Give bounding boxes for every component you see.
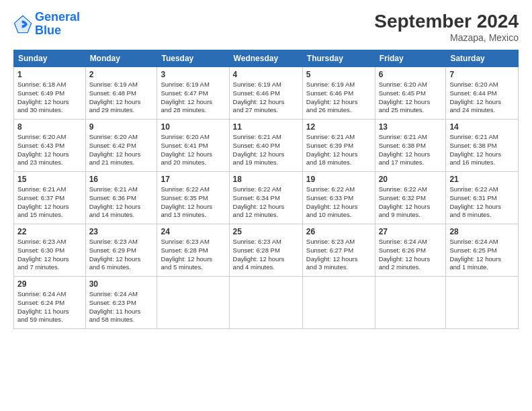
day-number: 3 bbox=[161, 70, 225, 79]
day-cell-13: 13Sunrise: 6:21 AMSunset: 6:38 PMDayligh… bbox=[375, 120, 446, 172]
day-info: Sunrise: 6:22 AMSunset: 6:33 PMDaylight:… bbox=[306, 185, 371, 220]
day-cell-10: 10Sunrise: 6:20 AMSunset: 6:41 PMDayligh… bbox=[157, 120, 229, 172]
day-number: 18 bbox=[233, 175, 299, 184]
day-cell-7: 7Sunrise: 6:20 AMSunset: 6:44 PMDaylight… bbox=[446, 67, 519, 120]
day-number: 10 bbox=[161, 122, 225, 132]
title-block: September 2024 Mazapa, Mexico bbox=[374, 11, 519, 43]
month-title: September 2024 bbox=[374, 11, 519, 32]
day-info: Sunrise: 6:19 AMSunset: 6:46 PMDaylight:… bbox=[306, 81, 371, 115]
week-row-1: 1Sunrise: 6:18 AMSunset: 6:49 PMDaylight… bbox=[14, 67, 519, 120]
day-number: 26 bbox=[306, 227, 371, 236]
day-number: 5 bbox=[306, 70, 371, 79]
week-row-5: 29Sunrise: 6:24 AMSunset: 6:24 PMDayligh… bbox=[14, 277, 519, 329]
day-info: Sunrise: 6:23 AMSunset: 6:30 PMDaylight:… bbox=[17, 238, 82, 272]
day-info: Sunrise: 6:22 AMSunset: 6:35 PMDaylight:… bbox=[161, 185, 225, 220]
day-cell-14: 14Sunrise: 6:21 AMSunset: 6:38 PMDayligh… bbox=[446, 120, 519, 172]
day-info: Sunrise: 6:19 AMSunset: 6:48 PMDaylight:… bbox=[89, 81, 154, 115]
day-info: Sunrise: 6:22 AMSunset: 6:31 PMDaylight:… bbox=[449, 185, 515, 220]
week-row-2: 8Sunrise: 6:20 AMSunset: 6:43 PMDaylight… bbox=[14, 120, 519, 172]
page: General Blue September 2024 Mazapa, Mexi… bbox=[0, 0, 532, 411]
day-info: Sunrise: 6:19 AMSunset: 6:47 PMDaylight:… bbox=[161, 81, 225, 115]
day-info: Sunrise: 6:19 AMSunset: 6:46 PMDaylight:… bbox=[233, 81, 299, 115]
day-cell-5: 5Sunrise: 6:19 AMSunset: 6:46 PMDaylight… bbox=[302, 67, 375, 120]
day-cell-26: 26Sunrise: 6:23 AMSunset: 6:27 PMDayligh… bbox=[302, 224, 375, 277]
day-number: 7 bbox=[449, 70, 515, 79]
day-number: 4 bbox=[233, 70, 299, 79]
day-info: Sunrise: 6:24 AMSunset: 6:24 PMDaylight:… bbox=[17, 290, 82, 324]
empty-cell bbox=[375, 277, 446, 329]
header: General Blue September 2024 Mazapa, Mexi… bbox=[13, 11, 519, 43]
day-cell-2: 2Sunrise: 6:19 AMSunset: 6:48 PMDaylight… bbox=[85, 67, 157, 120]
day-header-friday: Friday bbox=[375, 50, 446, 67]
day-cell-23: 23Sunrise: 6:23 AMSunset: 6:29 PMDayligh… bbox=[85, 224, 157, 277]
day-info: Sunrise: 6:20 AMSunset: 6:45 PMDaylight:… bbox=[379, 81, 443, 115]
day-number: 24 bbox=[161, 227, 225, 236]
day-cell-12: 12Sunrise: 6:21 AMSunset: 6:39 PMDayligh… bbox=[302, 120, 375, 172]
day-info: Sunrise: 6:18 AMSunset: 6:49 PMDaylight:… bbox=[17, 81, 82, 115]
day-number: 8 bbox=[17, 122, 82, 132]
day-cell-29: 29Sunrise: 6:24 AMSunset: 6:24 PMDayligh… bbox=[14, 277, 86, 329]
logo-text: General Blue bbox=[35, 11, 80, 38]
day-header-monday: Monday bbox=[85, 50, 157, 67]
day-number: 25 bbox=[233, 227, 299, 236]
day-number: 17 bbox=[161, 175, 225, 184]
day-cell-4: 4Sunrise: 6:19 AMSunset: 6:46 PMDaylight… bbox=[229, 67, 302, 120]
day-number: 11 bbox=[233, 122, 299, 132]
day-number: 30 bbox=[89, 279, 154, 289]
day-cell-11: 11Sunrise: 6:21 AMSunset: 6:40 PMDayligh… bbox=[229, 120, 302, 172]
day-cell-21: 21Sunrise: 6:22 AMSunset: 6:31 PMDayligh… bbox=[446, 172, 519, 224]
day-header-tuesday: Tuesday bbox=[157, 50, 229, 67]
day-cell-15: 15Sunrise: 6:21 AMSunset: 6:37 PMDayligh… bbox=[14, 172, 86, 224]
day-info: Sunrise: 6:20 AMSunset: 6:42 PMDaylight:… bbox=[89, 133, 154, 167]
day-number: 16 bbox=[89, 175, 154, 184]
day-cell-1: 1Sunrise: 6:18 AMSunset: 6:49 PMDaylight… bbox=[14, 67, 86, 120]
day-cell-8: 8Sunrise: 6:20 AMSunset: 6:43 PMDaylight… bbox=[14, 120, 86, 172]
day-number: 29 bbox=[17, 279, 82, 289]
day-header-sunday: Sunday bbox=[14, 50, 86, 67]
day-number: 1 bbox=[17, 70, 82, 79]
day-info: Sunrise: 6:21 AMSunset: 6:40 PMDaylight:… bbox=[233, 133, 299, 167]
day-info: Sunrise: 6:21 AMSunset: 6:38 PMDaylight:… bbox=[449, 133, 515, 167]
day-number: 28 bbox=[449, 227, 515, 236]
day-info: Sunrise: 6:20 AMSunset: 6:41 PMDaylight:… bbox=[161, 133, 225, 167]
day-info: Sunrise: 6:24 AMSunset: 6:23 PMDaylight:… bbox=[89, 290, 154, 324]
day-number: 20 bbox=[379, 175, 443, 184]
day-info: Sunrise: 6:21 AMSunset: 6:39 PMDaylight:… bbox=[306, 133, 371, 167]
day-info: Sunrise: 6:24 AMSunset: 6:26 PMDaylight:… bbox=[379, 238, 443, 272]
day-cell-17: 17Sunrise: 6:22 AMSunset: 6:35 PMDayligh… bbox=[157, 172, 229, 224]
day-cell-18: 18Sunrise: 6:22 AMSunset: 6:34 PMDayligh… bbox=[229, 172, 302, 224]
day-cell-30: 30Sunrise: 6:24 AMSunset: 6:23 PMDayligh… bbox=[85, 277, 157, 329]
day-cell-25: 25Sunrise: 6:23 AMSunset: 6:28 PMDayligh… bbox=[229, 224, 302, 277]
day-info: Sunrise: 6:22 AMSunset: 6:34 PMDaylight:… bbox=[233, 185, 299, 220]
day-info: Sunrise: 6:20 AMSunset: 6:44 PMDaylight:… bbox=[449, 81, 515, 115]
logo-icon bbox=[13, 15, 32, 34]
day-number: 6 bbox=[379, 70, 443, 79]
day-cell-24: 24Sunrise: 6:23 AMSunset: 6:28 PMDayligh… bbox=[157, 224, 229, 277]
day-cell-19: 19Sunrise: 6:22 AMSunset: 6:33 PMDayligh… bbox=[302, 172, 375, 224]
day-info: Sunrise: 6:20 AMSunset: 6:43 PMDaylight:… bbox=[17, 133, 82, 167]
day-number: 14 bbox=[449, 122, 515, 132]
day-cell-20: 20Sunrise: 6:22 AMSunset: 6:32 PMDayligh… bbox=[375, 172, 446, 224]
empty-cell bbox=[302, 277, 375, 329]
day-info: Sunrise: 6:22 AMSunset: 6:32 PMDaylight:… bbox=[379, 185, 443, 220]
day-info: Sunrise: 6:21 AMSunset: 6:37 PMDaylight:… bbox=[17, 185, 82, 220]
empty-cell bbox=[229, 277, 302, 329]
calendar-table: SundayMondayTuesdayWednesdayThursdayFrid… bbox=[13, 50, 519, 329]
week-row-3: 15Sunrise: 6:21 AMSunset: 6:37 PMDayligh… bbox=[14, 172, 519, 224]
day-number: 27 bbox=[379, 227, 443, 236]
day-info: Sunrise: 6:21 AMSunset: 6:36 PMDaylight:… bbox=[89, 185, 154, 220]
day-number: 21 bbox=[449, 175, 515, 184]
day-info: Sunrise: 6:23 AMSunset: 6:29 PMDaylight:… bbox=[89, 238, 154, 272]
week-row-4: 22Sunrise: 6:23 AMSunset: 6:30 PMDayligh… bbox=[14, 224, 519, 277]
empty-cell bbox=[157, 277, 229, 329]
day-header-saturday: Saturday bbox=[446, 50, 519, 67]
day-header-wednesday: Wednesday bbox=[229, 50, 302, 67]
day-number: 9 bbox=[89, 122, 154, 132]
day-header-thursday: Thursday bbox=[302, 50, 375, 67]
day-cell-28: 28Sunrise: 6:24 AMSunset: 6:25 PMDayligh… bbox=[446, 224, 519, 277]
day-cell-22: 22Sunrise: 6:23 AMSunset: 6:30 PMDayligh… bbox=[14, 224, 86, 277]
location: Mazapa, Mexico bbox=[374, 32, 519, 43]
day-cell-27: 27Sunrise: 6:24 AMSunset: 6:26 PMDayligh… bbox=[375, 224, 446, 277]
day-number: 15 bbox=[17, 175, 82, 184]
day-info: Sunrise: 6:23 AMSunset: 6:28 PMDaylight:… bbox=[161, 238, 225, 272]
